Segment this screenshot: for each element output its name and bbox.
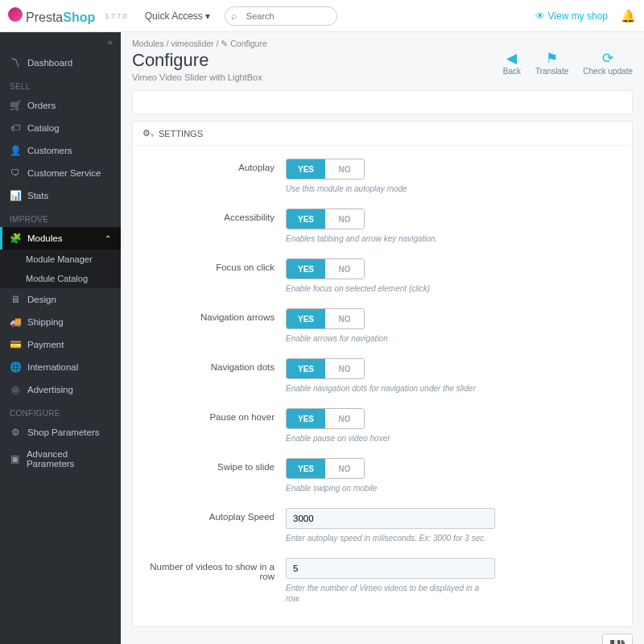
search-icon: ⌕	[231, 10, 237, 22]
label-dots: Navigation dots	[149, 358, 286, 394]
sidebar-subitem-module-manager[interactable]: Module Manager	[0, 250, 121, 269]
help-arrows: Enable arrows for navigation	[286, 333, 495, 344]
monitor-icon: 🖥	[10, 294, 21, 305]
panel-heading: ⚙ₛSETTINGS	[133, 122, 632, 146]
quick-access-dropdown[interactable]: Quick Access ▾	[145, 10, 210, 22]
eye-icon: 👁	[535, 10, 545, 22]
page-title: Configure	[132, 50, 262, 71]
toggle-autoplay-no[interactable]: NO	[325, 159, 364, 179]
toggle-focus-no[interactable]: NO	[325, 259, 364, 279]
settings-panel: ⚙ₛSETTINGS AutoplayYESNOUse this module …	[132, 121, 633, 627]
sidebar-item-orders[interactable]: 🛒Orders	[0, 94, 121, 117]
arrow-left-icon: ◀	[503, 50, 521, 67]
toggle-pause[interactable]: YESNO	[286, 408, 365, 429]
help-count: Enter the number of Vimeo videos to be d…	[286, 583, 495, 604]
flag-icon: ⚑	[535, 50, 568, 67]
wrench-icon: ▣	[10, 453, 20, 464]
label-accessibility: Accessibility	[149, 208, 286, 244]
sidebar-collapse-button[interactable]: «	[0, 32, 121, 52]
toggle-accessibility[interactable]: YESNO	[286, 208, 365, 229]
toggle-swipe-yes[interactable]: YES	[287, 459, 325, 478]
floppy-icon: 💾	[608, 639, 627, 644]
chevron-down-icon: ▾	[205, 10, 210, 22]
sidebar-item-dashboard[interactable]: 〽Dashboard	[0, 52, 121, 74]
toggle-swipe-no[interactable]: NO	[325, 459, 364, 478]
view-shop-link[interactable]: 👁 View my shop	[535, 10, 608, 22]
sidebar-item-catalog[interactable]: 🏷Catalog	[0, 117, 121, 139]
version-label: 1.7.7.0	[105, 12, 127, 20]
target-icon: ◎	[10, 384, 21, 395]
person-icon: 👤	[10, 145, 21, 156]
logo-swirl-icon	[8, 7, 23, 22]
toggle-swipe[interactable]: YESNO	[286, 458, 365, 479]
sidebar-item-shop-params[interactable]: ⚙Shop Parameters	[0, 421, 121, 444]
notifications-icon[interactable]: 🔔	[621, 9, 636, 23]
sidebar-item-payment[interactable]: 💳Payment	[0, 333, 121, 356]
toggle-pause-no[interactable]: NO	[325, 409, 364, 428]
sidebar: « 〽Dashboard SELL 🛒Orders 🏷Catalog 👤Cust…	[0, 32, 121, 644]
help-swipe: Enable swiping on mobile	[286, 483, 495, 493]
label-speed: Autoplay Speed	[149, 508, 286, 543]
help-focus: Enable focus on selected element (click)	[286, 283, 495, 294]
sidebar-item-shipping[interactable]: 🚚Shipping	[0, 311, 121, 333]
help-accessibility: Enables tabbing and arrow key navigation…	[286, 233, 495, 244]
stats-icon: 📊	[10, 190, 21, 201]
sidebar-item-design[interactable]: 🖥Design	[0, 288, 121, 311]
label-arrows: Navigation arrows	[149, 308, 286, 344]
toggle-dots-no[interactable]: NO	[325, 359, 364, 378]
label-count: Number of videos to show in a row	[149, 558, 286, 604]
toggle-arrows[interactable]: YESNO	[286, 308, 365, 329]
help-autoplay: Use this module in autoplay mode	[286, 184, 495, 194]
crumb-modules[interactable]: Modules	[132, 39, 164, 48]
crumb-configure: Configure	[230, 39, 267, 48]
headset-icon: 🗨	[10, 167, 21, 179]
help-pause: Enable pause on video hover	[286, 433, 495, 444]
sidebar-item-modules[interactable]: 🧩Modules⌃	[0, 227, 121, 250]
search-input[interactable]	[225, 6, 337, 26]
save-button[interactable]: 💾 Save	[602, 634, 633, 644]
toggle-dots[interactable]: YESNO	[286, 358, 365, 379]
check-update-button[interactable]: ⟳Check update	[583, 50, 633, 76]
label-pause: Pause on hover	[149, 408, 286, 444]
gear-icon: ⚙	[10, 427, 21, 438]
cart-icon: 🛒	[10, 100, 21, 111]
toggle-focus[interactable]: YESNO	[286, 258, 365, 279]
breadcrumb: Modules / vimeoslider / ✎ Configure	[132, 32, 633, 50]
toggle-arrows-no[interactable]: NO	[325, 309, 364, 328]
trend-icon: 〽	[10, 57, 21, 68]
toggle-focus-yes[interactable]: YES	[287, 259, 325, 279]
brand-logo: PrestaShop	[8, 7, 95, 25]
toggle-pause-yes[interactable]: YES	[287, 409, 325, 428]
globe-icon: 🌐	[10, 361, 21, 373]
toggle-arrows-yes[interactable]: YES	[287, 309, 325, 328]
section-sell: SELL	[0, 74, 121, 94]
page-subtitle: Vimeo Video Slider with LightBox	[132, 72, 262, 82]
back-button[interactable]: ◀Back	[503, 50, 521, 76]
label-focus: Focus on click	[149, 258, 286, 294]
sidebar-item-international[interactable]: 🌐International	[0, 356, 121, 378]
help-speed: Enter autoplay speed in miliseconds. Ex:…	[286, 533, 495, 543]
toggle-autoplay[interactable]: YESNO	[286, 159, 365, 180]
toggle-accessibility-yes[interactable]: YES	[287, 209, 325, 229]
help-dots: Enable navigation dots for navigation un…	[286, 383, 495, 394]
truck-icon: 🚚	[10, 316, 21, 328]
section-configure: CONFIGURE	[0, 401, 121, 421]
toggle-autoplay-yes[interactable]: YES	[287, 159, 325, 179]
sidebar-item-stats[interactable]: 📊Stats	[0, 184, 121, 207]
sidebar-subitem-module-catalog[interactable]: Module Catalog	[0, 269, 121, 288]
sidebar-item-adv-params[interactable]: ▣Advanced Parameters	[0, 444, 121, 474]
chevron-up-icon: ⌃	[105, 234, 111, 243]
card-icon: 💳	[10, 339, 21, 350]
sidebar-item-customer-service[interactable]: 🗨Customer Service	[0, 162, 121, 184]
sidebar-item-advertising[interactable]: ◎Advertising	[0, 378, 121, 401]
input-speed[interactable]	[286, 508, 495, 529]
label-swipe: Swipe to slide	[149, 458, 286, 493]
spacer-panel	[132, 90, 633, 114]
input-count[interactable]	[286, 558, 495, 579]
translate-button[interactable]: ⚑Translate	[535, 50, 568, 76]
crumb-vimeoslider[interactable]: vimeoslider	[171, 39, 213, 48]
toggle-accessibility-no[interactable]: NO	[325, 209, 364, 229]
puzzle-icon: 🧩	[10, 233, 21, 244]
sidebar-item-customers[interactable]: 👤Customers	[0, 139, 121, 162]
toggle-dots-yes[interactable]: YES	[287, 359, 325, 378]
